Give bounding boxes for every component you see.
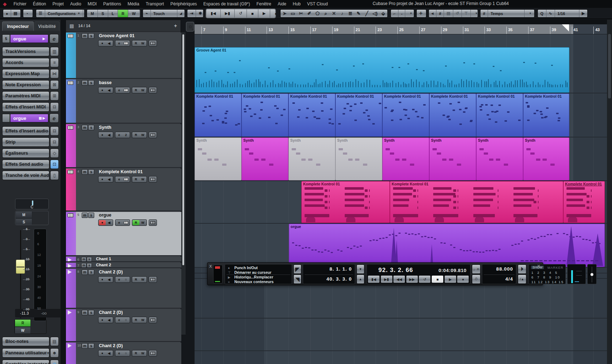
track-list-scrollbar[interactable] — [181, 32, 186, 335]
instrument-button[interactable] — [123, 88, 129, 93]
activate-project-button[interactable]: ● — [3, 10, 11, 17]
section-label[interactable]: Paramètres MIDI — [2, 91, 49, 101]
menu-projet[interactable]: Projet — [49, 1, 67, 7]
stop-button[interactable]: ■ — [247, 9, 258, 18]
record-button[interactable]: ● — [457, 275, 469, 283]
cycle-button[interactable]: ↺ — [235, 9, 247, 18]
goto-next-marker-button[interactable]: ▶▮ — [221, 9, 235, 18]
clip-synth[interactable]: Synth — [335, 137, 382, 180]
strip-s-button[interactable]: S — [15, 218, 32, 225]
color-tool-icon[interactable]: ⬙ — [379, 11, 387, 16]
draw-tool-icon[interactable]: ✎ — [354, 11, 363, 16]
track-list-menu-icon[interactable]: ▤ — [70, 23, 74, 29]
section-label[interactable]: Bloc-notes — [2, 337, 49, 346]
transport-close-button[interactable]: X — [209, 264, 212, 268]
solo-button[interactable]: s — [88, 213, 94, 218]
freeze-button[interactable]: ○ — [123, 351, 129, 356]
record-enable-button[interactable]: ● — [99, 88, 106, 93]
clip-synth[interactable]: Synth — [476, 137, 523, 180]
output-fader-handle[interactable] — [591, 273, 593, 276]
snap-dropdown[interactable]: ▼ — [471, 10, 480, 17]
section-label[interactable]: Note Expression — [2, 80, 49, 89]
insert-marker-button[interactable]: ⇥ — [187, 10, 196, 17]
mute-button[interactable]: m — [81, 257, 86, 262]
snap-onoff-button[interactable]: ⪡ — [429, 10, 436, 17]
snap-relative-button[interactable]: ▤ — [444, 10, 453, 17]
monitor-button[interactable]: ◀ — [106, 132, 113, 137]
freeze-button[interactable]: ○ — [123, 317, 129, 322]
punch-in-button[interactable]: ◤ — [293, 264, 301, 274]
zoom-tool-icon[interactable]: ⌕ — [322, 11, 330, 16]
configurations-menu-icon[interactable]: ☰ — [36, 10, 45, 17]
instrument-button[interactable]: 2 — [123, 132, 129, 137]
automation-s-button[interactable]: S — [98, 10, 108, 17]
clip-synth[interactable]: Synth — [242, 137, 288, 180]
crosshair-button[interactable]: ✛ — [416, 9, 426, 18]
clip-synth[interactable]: Synth — [429, 137, 476, 180]
write-automation-button[interactable]: W — [139, 220, 146, 225]
line-tool-icon[interactable]: ≣ — [346, 11, 354, 16]
write-automation-button[interactable]: W — [139, 351, 146, 356]
drum-tool-icon[interactable]: ♪ — [338, 11, 346, 16]
section-label[interactable]: Panneau utilisateur▼ — [2, 348, 49, 358]
read-automation-button[interactable]: R — [133, 277, 139, 282]
history-button[interactable]: ◔ — [23, 9, 33, 18]
automation-panel-icon[interactable]: ⌁ — [143, 10, 151, 17]
show-lanes-button[interactable] — [149, 317, 156, 322]
read-automation-button[interactable]: R — [133, 132, 139, 137]
solo-button[interactable]: s — [87, 263, 92, 268]
event-vertical-scrollbar[interactable] — [607, 20, 612, 364]
show-lanes-button[interactable] — [149, 220, 156, 225]
transport-menu-item[interactable]: Démarrer au curseur — [234, 270, 271, 275]
mute-button[interactable]: m — [82, 33, 88, 39]
mute-button[interactable]: m — [81, 263, 86, 268]
play-button[interactable]: ▶ — [258, 9, 270, 18]
track-row-komplete-kontrol-01[interactable]: 4msKomplete Kontrol 01●◀eRW — [66, 169, 181, 211]
setup-toolbar-button[interactable]: ▤ — [11, 10, 20, 17]
record-enable-button[interactable]: ● — [99, 41, 106, 46]
marker-number-grid[interactable]: 1 2 3 4 5 6 7 8 9 10 11 12 13 14 15 — [531, 270, 564, 284]
ext-sync-button[interactable]: ⏵ — [518, 264, 526, 274]
read-automation-button[interactable]: R — [133, 351, 139, 356]
monitor-button[interactable]: ◀ — [106, 88, 113, 93]
autoscroll-option[interactable]: - — [398, 10, 405, 17]
clip-groove-agent-01[interactable]: Groove Agent 01 — [195, 47, 569, 93]
tempo-panel[interactable]: 88.000 4/4 — [482, 264, 516, 284]
fader-handle[interactable] — [16, 259, 25, 274]
add-track-button[interactable]: + — [174, 23, 177, 29]
project-zoom-button[interactable] — [186, 22, 194, 31]
clip-synth[interactable]: Synth — [382, 137, 429, 180]
quantize-value-dropdown[interactable]: 1/16 — [555, 10, 579, 17]
solo-button[interactable]: s — [87, 257, 92, 262]
goto-left-locator-button[interactable]: ▼ — [357, 264, 364, 274]
split-tool-icon[interactable]: ✂ — [297, 11, 305, 16]
transport-menu-item[interactable]: Nouveaux conteneurs — [234, 280, 274, 284]
mute-button[interactable]: m — [82, 169, 88, 175]
grid-type-caret[interactable]: ▼ — [525, 10, 534, 17]
iterative-quantize-icon[interactable]: ∿ — [546, 10, 555, 17]
automation-corner[interactable]: ◢ — [177, 10, 185, 17]
track-row-chant-2-d-[interactable]: 10msChant 2 (D)●◀e○RW — [66, 343, 181, 364]
monitor-button[interactable]: ◀ — [106, 41, 113, 46]
track-row-synth[interactable]: 3msSynth●◀e2RW — [66, 124, 181, 168]
edit-instrument-button[interactable]: e — [49, 113, 59, 123]
write-automation-button[interactable]: W — [15, 327, 31, 334]
inspector-splitter[interactable] — [61, 20, 66, 364]
mute-button[interactable]: m — [82, 125, 88, 130]
automation-r-button[interactable]: R — [118, 10, 128, 17]
monitor-button[interactable]: ◀ — [106, 351, 113, 356]
goto-previous-marker-button[interactable]: ▮◀ — [206, 9, 221, 18]
section-label[interactable]: Expression Map — [2, 69, 49, 78]
write-automation-button[interactable]: W — [139, 132, 146, 137]
transport-menu-item[interactable]: Historiqu...Remplacer — [234, 275, 273, 279]
menu-p-riph-riques[interactable]: Périphériques — [167, 1, 200, 7]
clip-synth[interactable]: Synth — [523, 137, 569, 180]
clip-synth[interactable]: Synth — [288, 137, 335, 180]
play-button[interactable]: ▶ — [444, 275, 456, 283]
clip-synth[interactable]: Synth — [195, 137, 242, 180]
audition-tool-icon[interactable]: ◁) — [371, 11, 379, 16]
clip-komplete-kontrol-01[interactable]: Komplete Kontrol 01 — [390, 181, 563, 223]
quantize-icon[interactable]: Q — [538, 10, 546, 17]
edit-channel-button[interactable]: e — [116, 220, 123, 225]
record-enable-button[interactable]: ● — [99, 177, 106, 182]
